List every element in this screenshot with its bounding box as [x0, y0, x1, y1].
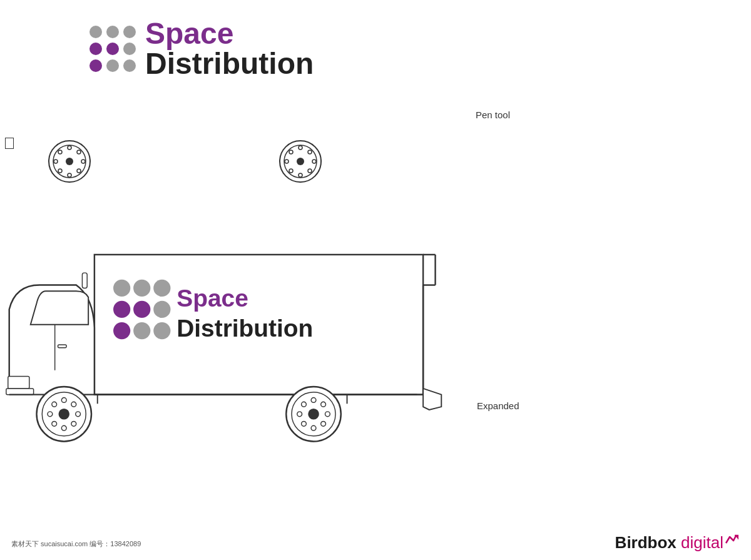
svg-point-65 [133, 280, 150, 297]
svg-point-66 [153, 280, 170, 297]
svg-point-12 [68, 146, 71, 150]
truck-illustration: Space Distribution [3, 247, 447, 460]
svg-rect-40 [6, 389, 34, 395]
svg-point-55 [308, 409, 319, 420]
svg-point-1 [106, 26, 119, 38]
svg-text:Space: Space [176, 285, 248, 312]
svg-point-13 [68, 173, 71, 177]
svg-point-30 [289, 169, 293, 173]
svg-point-16 [58, 150, 62, 154]
svg-point-15 [81, 160, 85, 163]
logo-space-text: Space [145, 19, 314, 49]
svg-point-0 [89, 26, 102, 38]
svg-point-23 [299, 146, 302, 150]
svg-point-64 [113, 280, 130, 297]
svg-point-70 [113, 322, 130, 339]
birdbox-digital-text: digital [677, 533, 723, 552]
svg-point-72 [153, 322, 170, 339]
top-logo: Space Distribution [88, 19, 314, 79]
wheel-right-top [278, 139, 323, 184]
pen-tool-label: Pen tool [476, 109, 510, 120]
svg-point-2 [123, 26, 136, 38]
svg-point-18 [77, 150, 81, 154]
svg-point-69 [153, 301, 170, 318]
svg-rect-75 [82, 273, 87, 288]
svg-point-24 [299, 173, 302, 177]
expanded-label: Expanded [477, 400, 519, 411]
svg-point-25 [285, 160, 289, 163]
svg-point-5 [123, 43, 136, 55]
svg-point-11 [66, 158, 73, 165]
svg-point-27 [289, 150, 293, 154]
birdbox-icon [725, 534, 738, 546]
birdbox-logo: Birdbox digital [615, 533, 738, 552]
svg-point-28 [308, 169, 312, 173]
svg-point-4 [106, 43, 119, 55]
svg-point-19 [58, 169, 62, 173]
logo-distribution-text: Distribution [145, 49, 314, 79]
svg-point-17 [77, 169, 81, 173]
svg-point-6 [89, 59, 102, 72]
watermark: 素材天下 sucaisucai.com 编号：13842089 [11, 539, 141, 549]
svg-point-8 [123, 59, 136, 72]
pen-indicator [5, 138, 14, 149]
logo-dots-top [88, 24, 138, 74]
svg-point-22 [297, 158, 304, 165]
svg-point-14 [54, 160, 58, 163]
svg-point-7 [106, 59, 119, 72]
svg-point-3 [89, 43, 102, 55]
svg-rect-39 [8, 376, 29, 388]
svg-point-29 [308, 150, 312, 154]
birdbox-bird-text: Birdbox [615, 533, 677, 552]
svg-point-68 [133, 301, 150, 318]
wheel-left-top [47, 139, 92, 184]
svg-point-71 [133, 322, 150, 339]
svg-point-44 [59, 409, 70, 420]
svg-point-67 [113, 301, 130, 318]
svg-text:Distribution: Distribution [176, 315, 313, 342]
svg-point-26 [312, 160, 316, 163]
